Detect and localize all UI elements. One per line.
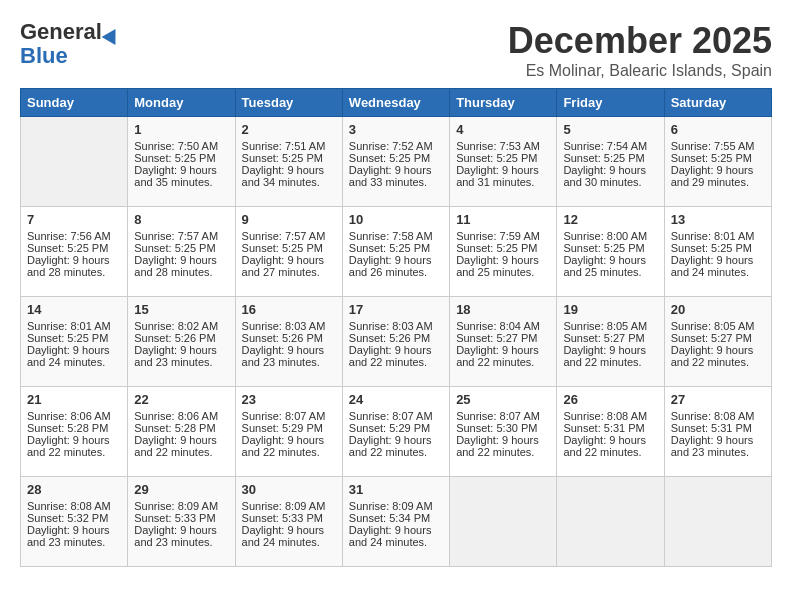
calendar-cell: 2Sunrise: 7:51 AMSunset: 5:25 PMDaylight… (235, 117, 342, 207)
daylight-text: Daylight: 9 hours and 29 minutes. (671, 164, 765, 188)
logo-blue: Blue (20, 44, 120, 68)
calendar-cell: 3Sunrise: 7:52 AMSunset: 5:25 PMDaylight… (342, 117, 449, 207)
sunrise-text: Sunrise: 7:50 AM (134, 140, 228, 152)
sunset-text: Sunset: 5:25 PM (27, 332, 121, 344)
sunrise-text: Sunrise: 8:08 AM (671, 410, 765, 422)
day-number: 21 (27, 392, 121, 407)
sunset-text: Sunset: 5:34 PM (349, 512, 443, 524)
day-header-monday: Monday (128, 89, 235, 117)
day-number: 29 (134, 482, 228, 497)
calendar-cell: 27Sunrise: 8:08 AMSunset: 5:31 PMDayligh… (664, 387, 771, 477)
sunset-text: Sunset: 5:25 PM (134, 242, 228, 254)
daylight-text: Daylight: 9 hours and 22 minutes. (456, 344, 550, 368)
day-number: 30 (242, 482, 336, 497)
week-row-1: 1Sunrise: 7:50 AMSunset: 5:25 PMDaylight… (21, 117, 772, 207)
location-title: Es Molinar, Balearic Islands, Spain (508, 62, 772, 80)
daylight-text: Daylight: 9 hours and 23 minutes. (671, 434, 765, 458)
calendar-cell: 20Sunrise: 8:05 AMSunset: 5:27 PMDayligh… (664, 297, 771, 387)
sunset-text: Sunset: 5:26 PM (349, 332, 443, 344)
sunrise-text: Sunrise: 8:03 AM (349, 320, 443, 332)
day-header-friday: Friday (557, 89, 664, 117)
day-number: 15 (134, 302, 228, 317)
sunset-text: Sunset: 5:29 PM (242, 422, 336, 434)
day-number: 2 (242, 122, 336, 137)
sunset-text: Sunset: 5:28 PM (27, 422, 121, 434)
sunset-text: Sunset: 5:30 PM (456, 422, 550, 434)
calendar-cell (557, 477, 664, 567)
daylight-text: Daylight: 9 hours and 22 minutes. (349, 344, 443, 368)
calendar-cell: 30Sunrise: 8:09 AMSunset: 5:33 PMDayligh… (235, 477, 342, 567)
calendar-cell: 16Sunrise: 8:03 AMSunset: 5:26 PMDayligh… (235, 297, 342, 387)
daylight-text: Daylight: 9 hours and 22 minutes. (27, 434, 121, 458)
sunrise-text: Sunrise: 8:01 AM (27, 320, 121, 332)
sunset-text: Sunset: 5:33 PM (134, 512, 228, 524)
calendar-table: SundayMondayTuesdayWednesdayThursdayFrid… (20, 88, 772, 567)
month-title: December 2025 (508, 20, 772, 62)
day-number: 8 (134, 212, 228, 227)
sunrise-text: Sunrise: 8:09 AM (349, 500, 443, 512)
day-header-sunday: Sunday (21, 89, 128, 117)
daylight-text: Daylight: 9 hours and 22 minutes. (349, 434, 443, 458)
day-number: 26 (563, 392, 657, 407)
sunrise-text: Sunrise: 8:05 AM (563, 320, 657, 332)
header: General Blue December 2025 Es Molinar, B… (20, 20, 772, 80)
sunrise-text: Sunrise: 8:01 AM (671, 230, 765, 242)
sunset-text: Sunset: 5:31 PM (563, 422, 657, 434)
day-number: 1 (134, 122, 228, 137)
sunrise-text: Sunrise: 7:57 AM (134, 230, 228, 242)
daylight-text: Daylight: 9 hours and 34 minutes. (242, 164, 336, 188)
day-number: 11 (456, 212, 550, 227)
sunrise-text: Sunrise: 7:57 AM (242, 230, 336, 242)
day-header-wednesday: Wednesday (342, 89, 449, 117)
sunset-text: Sunset: 5:25 PM (349, 152, 443, 164)
sunrise-text: Sunrise: 8:05 AM (671, 320, 765, 332)
day-number: 5 (563, 122, 657, 137)
daylight-text: Daylight: 9 hours and 24 minutes. (27, 344, 121, 368)
week-row-4: 21Sunrise: 8:06 AMSunset: 5:28 PMDayligh… (21, 387, 772, 477)
sunset-text: Sunset: 5:25 PM (27, 242, 121, 254)
day-number: 23 (242, 392, 336, 407)
sunset-text: Sunset: 5:31 PM (671, 422, 765, 434)
calendar-body: 1Sunrise: 7:50 AMSunset: 5:25 PMDaylight… (21, 117, 772, 567)
day-number: 13 (671, 212, 765, 227)
logo: General Blue (20, 20, 120, 68)
day-header-tuesday: Tuesday (235, 89, 342, 117)
calendar-cell: 24Sunrise: 8:07 AMSunset: 5:29 PMDayligh… (342, 387, 449, 477)
calendar-cell: 22Sunrise: 8:06 AMSunset: 5:28 PMDayligh… (128, 387, 235, 477)
day-number: 9 (242, 212, 336, 227)
sunset-text: Sunset: 5:25 PM (563, 242, 657, 254)
logo-general: General (20, 19, 102, 44)
day-number: 24 (349, 392, 443, 407)
sunset-text: Sunset: 5:27 PM (671, 332, 765, 344)
sunset-text: Sunset: 5:33 PM (242, 512, 336, 524)
day-number: 22 (134, 392, 228, 407)
sunset-text: Sunset: 5:25 PM (242, 152, 336, 164)
sunset-text: Sunset: 5:25 PM (563, 152, 657, 164)
day-number: 10 (349, 212, 443, 227)
sunrise-text: Sunrise: 7:51 AM (242, 140, 336, 152)
calendar-cell: 23Sunrise: 8:07 AMSunset: 5:29 PMDayligh… (235, 387, 342, 477)
day-number: 31 (349, 482, 443, 497)
calendar-cell: 8Sunrise: 7:57 AMSunset: 5:25 PMDaylight… (128, 207, 235, 297)
title-section: December 2025 Es Molinar, Balearic Islan… (508, 20, 772, 80)
daylight-text: Daylight: 9 hours and 28 minutes. (27, 254, 121, 278)
day-header-thursday: Thursday (450, 89, 557, 117)
sunset-text: Sunset: 5:28 PM (134, 422, 228, 434)
day-number: 17 (349, 302, 443, 317)
sunrise-text: Sunrise: 8:09 AM (134, 500, 228, 512)
calendar-cell: 9Sunrise: 7:57 AMSunset: 5:25 PMDaylight… (235, 207, 342, 297)
day-number: 27 (671, 392, 765, 407)
calendar-cell: 5Sunrise: 7:54 AMSunset: 5:25 PMDaylight… (557, 117, 664, 207)
sunset-text: Sunset: 5:25 PM (456, 152, 550, 164)
sunset-text: Sunset: 5:29 PM (349, 422, 443, 434)
sunrise-text: Sunrise: 8:02 AM (134, 320, 228, 332)
calendar-cell: 11Sunrise: 7:59 AMSunset: 5:25 PMDayligh… (450, 207, 557, 297)
daylight-text: Daylight: 9 hours and 22 minutes. (456, 434, 550, 458)
calendar-cell: 26Sunrise: 8:08 AMSunset: 5:31 PMDayligh… (557, 387, 664, 477)
week-row-2: 7Sunrise: 7:56 AMSunset: 5:25 PMDaylight… (21, 207, 772, 297)
sunrise-text: Sunrise: 8:07 AM (242, 410, 336, 422)
calendar-cell: 14Sunrise: 8:01 AMSunset: 5:25 PMDayligh… (21, 297, 128, 387)
sunset-text: Sunset: 5:32 PM (27, 512, 121, 524)
sunrise-text: Sunrise: 8:00 AM (563, 230, 657, 242)
calendar-cell: 15Sunrise: 8:02 AMSunset: 5:26 PMDayligh… (128, 297, 235, 387)
